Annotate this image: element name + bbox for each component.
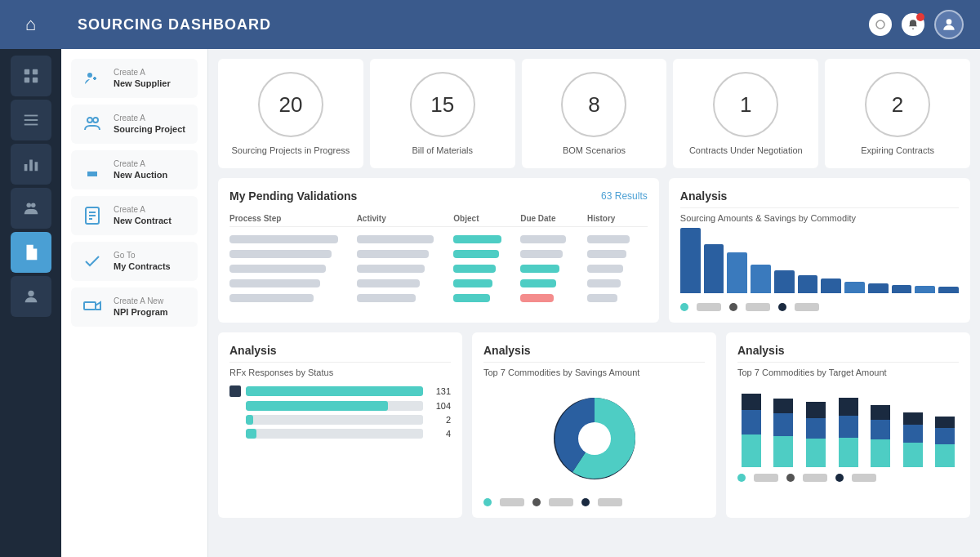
svg-rect-3 — [32, 78, 37, 82]
auction-icon — [79, 157, 105, 183]
col-due-date: Due Date — [520, 214, 581, 223]
goto-contracts-button[interactable]: Go To My Contracts — [71, 242, 198, 281]
table-row[interactable] — [229, 247, 648, 261]
svg-rect-0 — [24, 69, 29, 74]
dashboard-main: 20 Sourcing Projects in Progress 15 Bill… — [208, 49, 980, 557]
kpi-contracts-negotiation-label: Contracts Under Negotiation — [689, 145, 803, 155]
pie-analysis-card: Analysis Top 7 Commodities by Savings Am… — [472, 332, 716, 518]
pending-card-header: My Pending Validations 63 Results — [229, 189, 648, 203]
chart-bar — [868, 283, 889, 293]
stacked-column — [931, 417, 959, 467]
sidebar-item-nav4[interactable] — [11, 188, 51, 229]
create-supplier-button[interactable]: Create A New Supplier — [71, 59, 198, 98]
chart-bar — [727, 252, 747, 293]
results-badge: 63 Results — [601, 190, 648, 202]
create-npi-button[interactable]: Create A New NPI Program — [71, 287, 198, 327]
create-npi-text: Create A New NPI Program — [114, 296, 168, 318]
people-icon — [22, 199, 40, 217]
kpi-bom-label: Bill of Materials — [412, 145, 473, 155]
stacked-legend-5 — [835, 474, 844, 482]
svg-point-10 — [26, 203, 31, 208]
kpi-sourcing-projects: 20 Sourcing Projects in Progress — [218, 59, 363, 168]
create-sourcing-button[interactable]: Create A Sourcing Project — [71, 105, 198, 144]
rfx-value-1: 131 — [428, 386, 451, 396]
sidebar-item-nav2[interactable] — [11, 100, 51, 140]
contract-icon — [79, 203, 105, 229]
rfx-row-4: 4 — [229, 429, 451, 439]
svg-point-13 — [876, 20, 884, 29]
stacked-segment — [839, 416, 858, 438]
legend-item-1 — [680, 303, 688, 311]
table-row[interactable] — [229, 276, 648, 291]
page-title: SOURCING DASHBOARD — [78, 16, 271, 33]
svg-rect-6 — [24, 124, 38, 126]
stacked-column — [802, 402, 830, 467]
svg-point-12 — [28, 291, 33, 296]
stacked-analysis-card: Analysis Top 7 Commodities by Target Amo… — [726, 332, 970, 518]
stacked-segment — [839, 438, 858, 467]
kpi-bom-scenarios-value: 8 — [561, 72, 626, 137]
header-actions — [869, 10, 964, 39]
svg-point-17 — [93, 118, 98, 123]
chart-bar — [798, 275, 818, 293]
main-area: SOURCING DASHBOARD Create A — [61, 0, 980, 557]
stacked-legend — [737, 474, 959, 482]
rfx-value-4: 4 — [428, 429, 451, 439]
pie-subtitle: Top 7 Commodities by Savings Amount — [483, 368, 705, 377]
legend-item-3 — [729, 303, 737, 311]
create-supplier-text: Create A New Supplier — [114, 67, 171, 89]
sidebar-item-nav6[interactable] — [11, 276, 51, 317]
svg-point-24 — [578, 422, 611, 455]
pie-legend-6 — [598, 498, 622, 506]
sidebar-item-nav5[interactable] — [11, 232, 51, 273]
chart-bar — [704, 244, 724, 293]
stacked-segment — [903, 412, 923, 425]
svg-rect-5 — [24, 119, 38, 121]
svg-point-16 — [87, 118, 92, 123]
svg-point-15 — [87, 73, 92, 78]
status-indicator[interactable] — [869, 13, 892, 36]
sourcing-icon — [79, 111, 105, 137]
chart-bar — [892, 285, 912, 293]
notification-button[interactable] — [902, 13, 924, 36]
kpi-row: 20 Sourcing Projects in Progress 15 Bill… — [218, 59, 970, 168]
avatar[interactable] — [934, 10, 964, 39]
rfx-analysis-card: Analysis RFx Responses by Status 131 — [218, 332, 462, 518]
header: SOURCING DASHBOARD — [61, 0, 980, 49]
stacked-column — [737, 394, 765, 467]
svg-rect-2 — [24, 78, 29, 82]
stacked-column — [899, 412, 927, 467]
legend-item-4 — [746, 303, 770, 311]
notification-badge — [916, 13, 924, 21]
avatar-icon — [941, 16, 957, 33]
chart-bar — [751, 265, 771, 293]
sidebar-item-nav1[interactable] — [11, 56, 51, 96]
create-auction-button[interactable]: Create A New Auction — [71, 150, 198, 189]
svg-rect-1 — [32, 69, 37, 74]
table-row[interactable] — [229, 232, 648, 247]
goto-contracts-text: Go To My Contracts — [114, 250, 171, 272]
stacked-column — [866, 405, 894, 467]
create-contract-button[interactable]: Create A New Contract — [71, 196, 198, 235]
pie-title: Analysis — [483, 344, 705, 357]
stacked-title: Analysis — [737, 344, 959, 357]
pie-legend-1 — [483, 498, 492, 506]
sidebar-home-button[interactable]: ⌂ — [0, 0, 61, 49]
kpi-expiring-contracts-label: Expiring Contracts — [861, 145, 934, 155]
commodity-legend — [680, 303, 959, 311]
stacked-legend-4 — [803, 474, 827, 482]
col-history: History — [587, 214, 648, 223]
stacked-segment — [903, 443, 923, 467]
stacked-segment — [935, 428, 955, 444]
rfx-row-2: 104 — [229, 401, 451, 411]
svg-rect-4 — [24, 115, 38, 117]
table-row[interactable] — [229, 291, 648, 305]
chart-bar — [774, 270, 795, 293]
kpi-contracts-negotiation-value: 1 — [713, 72, 778, 137]
table-row[interactable] — [229, 261, 648, 276]
stacked-legend-6 — [852, 474, 876, 482]
pending-validations-card: My Pending Validations 63 Results Proces… — [218, 178, 659, 323]
rfx-bars: 131 104 — [229, 385, 451, 439]
pie-legend-3 — [532, 498, 541, 506]
sidebar-item-nav3[interactable] — [11, 144, 51, 185]
